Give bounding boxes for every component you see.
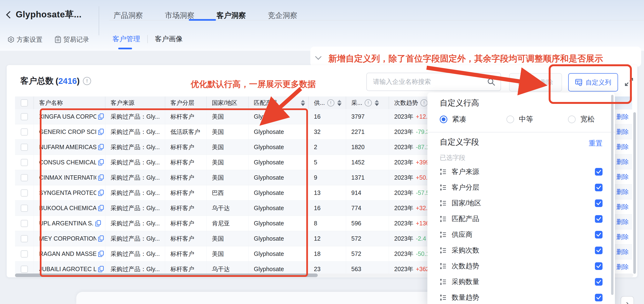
tab-product-insight[interactable]: 产品洞察 (114, 10, 143, 20)
drag-handle-icon[interactable] (440, 278, 446, 286)
row-checkbox[interactable] (21, 235, 28, 242)
delete-link[interactable]: 删除 (616, 128, 629, 136)
field-checkbox-checked[interactable] (595, 246, 602, 254)
copy-icon[interactable] (98, 236, 104, 242)
row-checkbox[interactable] (21, 266, 28, 273)
tab-competitor-insight[interactable]: 竞企洞察 (268, 10, 298, 20)
panel-scrollbar[interactable] (611, 95, 614, 295)
drag-handle-icon[interactable] (440, 294, 446, 301)
copy-icon[interactable] (98, 205, 104, 211)
table-vertical-scrollbar[interactable] (633, 112, 636, 274)
radio-icon[interactable] (568, 116, 576, 123)
field-checkbox-checked[interactable] (595, 294, 602, 302)
purchase-count[interactable]: 572 (346, 246, 389, 261)
col-customer-source[interactable]: 客户来源 (105, 96, 165, 109)
row-checkbox[interactable] (21, 190, 28, 196)
fullscreen-icon[interactable] (624, 78, 634, 86)
field-checkbox-checked[interactable] (595, 215, 602, 223)
delete-link[interactable]: 删除 (616, 143, 629, 151)
reset-link[interactable]: 重置 (589, 139, 602, 148)
batch-delete-button[interactable]: 批量删除 (509, 73, 562, 92)
col-customer-name[interactable]: 客户名称 (34, 96, 105, 109)
suppliers-count[interactable]: 12 (309, 231, 346, 246)
purchase-count[interactable]: 2271 (346, 124, 389, 139)
col-suppliers[interactable]: 供... ! (309, 96, 346, 109)
next-page-button[interactable]: › (621, 296, 634, 304)
sort-icon[interactable] (375, 100, 379, 106)
scheme-settings-button[interactable]: 方案设置 (8, 35, 42, 44)
radio-selected-icon[interactable] (440, 116, 447, 123)
copy-icon[interactable] (98, 129, 104, 135)
field-item[interactable]: 国家/地区 (427, 195, 615, 211)
suppliers-count[interactable]: 13 (309, 185, 346, 200)
copy-icon[interactable] (98, 114, 104, 120)
copy-icon[interactable] (98, 190, 104, 196)
field-checkbox-checked[interactable] (595, 168, 602, 176)
drag-handle-icon[interactable] (440, 168, 446, 175)
row-checkbox[interactable] (21, 205, 28, 212)
radio-medium[interactable]: 中等 (506, 114, 533, 124)
purchase-count[interactable]: 1820 (346, 140, 389, 154)
info-icon[interactable]: ! (420, 99, 428, 106)
copy-icon[interactable] (98, 251, 104, 257)
purchase-count[interactable]: 596 (346, 216, 389, 231)
company-name[interactable]: MEY CORPORATION (39, 235, 96, 242)
company-name[interactable]: JUBAILI AGROTEC LI (39, 266, 96, 272)
horizontal-scrollbar-thumb[interactable] (15, 274, 318, 277)
search-input[interactable] (372, 78, 487, 86)
copy-icon[interactable] (98, 144, 104, 150)
purchase-count[interactable]: 774 (346, 200, 389, 216)
drag-handle-icon[interactable] (440, 247, 446, 254)
suppliers-count[interactable]: 9 (309, 170, 346, 185)
info-icon[interactable]: ! (365, 99, 372, 106)
field-item[interactable]: 采购数量 (427, 274, 615, 290)
delete-link[interactable]: 删除 (616, 263, 629, 271)
sort-icon[interactable] (337, 100, 342, 106)
company-name[interactable]: CONSUS CHEMICAL (39, 159, 96, 166)
suppliers-count[interactable]: 32 (309, 124, 346, 139)
row-checkbox[interactable] (21, 128, 28, 136)
back-icon[interactable] (6, 11, 13, 18)
purchase-count[interactable]: 3797 (346, 109, 389, 124)
col-purchase-count[interactable]: 采... ! (346, 96, 389, 109)
sort-icon[interactable] (301, 100, 305, 106)
drag-handle-icon[interactable] (440, 200, 446, 207)
purchase-count[interactable]: 914 (346, 185, 389, 200)
company-name[interactable]: RAGAN AND MASSE (39, 250, 96, 257)
row-checkbox[interactable] (21, 144, 28, 151)
field-checkbox-checked[interactable] (595, 200, 602, 207)
field-item[interactable]: 匹配产品 (427, 211, 615, 227)
field-checkbox-checked[interactable] (595, 184, 602, 191)
custom-columns-button[interactable]: 自定义列 (568, 73, 618, 92)
subtab-customer-portrait[interactable]: 客户画像 (155, 34, 182, 44)
company-name[interactable]: BUKOOLA CHEMICA (39, 205, 96, 212)
company-name[interactable]: NUFARM AMERICAS, (39, 144, 96, 150)
drag-handle-icon[interactable] (440, 215, 446, 222)
back-title[interactable]: Glyphosate草... (7, 8, 82, 20)
delete-link[interactable]: 删除 (616, 233, 629, 241)
field-item[interactable]: 次数趋势 (427, 258, 615, 274)
delete-link[interactable]: 删除 (616, 188, 629, 196)
info-icon[interactable]: ! (83, 77, 91, 85)
drag-handle-icon[interactable] (440, 184, 446, 191)
copy-icon[interactable] (95, 220, 101, 226)
delete-link[interactable]: 删除 (616, 113, 629, 121)
copy-icon[interactable] (98, 159, 104, 166)
select-all-checkbox[interactable] (21, 99, 28, 106)
copy-icon[interactable] (98, 174, 104, 181)
field-item[interactable]: 数量趋势 (427, 290, 615, 304)
row-checkbox[interactable] (21, 159, 28, 166)
field-checkbox-checked[interactable] (595, 231, 602, 238)
company-name[interactable]: GENERIC CROP SCI (39, 128, 96, 135)
drag-handle-icon[interactable] (440, 231, 446, 238)
company-name[interactable]: SYNGENTA PROTEC (39, 190, 96, 196)
row-checkbox[interactable] (21, 220, 28, 227)
suppliers-count[interactable]: 16 (309, 109, 346, 124)
company-name[interactable]: CINMAX INTERNATIO (39, 174, 96, 181)
suppliers-count[interactable]: 5 (309, 155, 346, 170)
delete-link[interactable]: 删除 (616, 248, 629, 256)
delete-link[interactable]: 删除 (616, 218, 629, 226)
field-checkbox-checked[interactable] (595, 262, 602, 270)
field-item[interactable]: 供应商 (427, 227, 615, 242)
col-customer-tier[interactable]: 客户分层 (165, 96, 207, 109)
